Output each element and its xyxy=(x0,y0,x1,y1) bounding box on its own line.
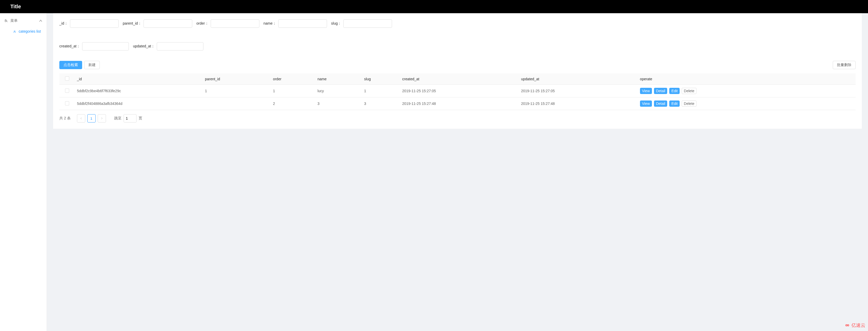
pagination-page-1[interactable]: 1 xyxy=(87,114,96,123)
cell-id: 5ddbf2f404886a3afb34364d xyxy=(75,97,203,110)
cell-name: lucy xyxy=(315,85,362,97)
form-item-order: order： xyxy=(196,20,259,28)
th-id[interactable]: _id xyxy=(75,73,203,85)
table-row: 5ddbf2f404886a3afb34364d 2 3 3 2019-11-2… xyxy=(59,97,856,110)
menu-item-root[interactable]: 菜单 xyxy=(0,15,46,26)
team-icon xyxy=(12,30,16,33)
cell-updated-at: 2019-11-25 15:27:05 xyxy=(519,85,638,97)
form-item-slug: slug： xyxy=(331,20,392,28)
cell-id: 5ddbf2c9be4b6f7f633fe29c xyxy=(75,85,203,97)
checkbox-row[interactable] xyxy=(65,89,69,93)
create-button[interactable]: 新建 xyxy=(84,61,100,69)
watermark: 亿速云 xyxy=(844,322,865,328)
label-slug: slug： xyxy=(331,21,341,26)
label-name: name： xyxy=(264,21,276,26)
form-item-parent-id: parent_id： xyxy=(123,20,192,28)
detail-button[interactable]: Detail xyxy=(654,88,668,94)
pagination-next-button[interactable] xyxy=(98,114,106,123)
pagination-prev-button[interactable] xyxy=(77,114,85,123)
sidebar: 菜单 categories list xyxy=(0,13,47,331)
label-created-at: created_at： xyxy=(59,44,80,49)
form-item-created-at: created_at： xyxy=(59,42,129,51)
view-button[interactable]: View xyxy=(640,88,652,94)
cell-parent-id: 1 xyxy=(203,85,271,97)
batch-delete-button[interactable]: 批量删除 xyxy=(833,61,856,69)
delete-button[interactable]: Delete xyxy=(682,88,696,94)
cell-slug: 1 xyxy=(362,85,400,97)
cell-updated-at: 2019-11-25 15:27:48 xyxy=(519,97,638,110)
pagination-total: 共 2 条 xyxy=(59,116,71,121)
form-item-updated-at: updated_at： xyxy=(133,42,204,51)
input-slug[interactable] xyxy=(343,20,392,28)
checkbox-row[interactable] xyxy=(65,101,69,105)
detail-button[interactable]: Detail xyxy=(654,100,668,107)
input-parent-id[interactable] xyxy=(144,20,192,28)
main-layout: 菜单 categories list _id： parent_id： xyxy=(0,13,868,331)
chevron-left-icon xyxy=(80,117,83,120)
delete-button[interactable]: Delete xyxy=(682,100,696,107)
menu-label: 菜单 xyxy=(10,19,18,23)
th-parent-id[interactable]: parent_id xyxy=(203,73,271,85)
sidebar-item-label: categories list xyxy=(19,29,41,33)
cell-order: 1 xyxy=(271,85,315,97)
team-icon xyxy=(4,19,8,23)
pagination-page-suffix: 页 xyxy=(138,116,142,121)
sidebar-item-categories-list[interactable]: categories list xyxy=(0,26,46,36)
pagination: 共 2 条 1 跳至 页 xyxy=(59,114,856,123)
cell-created-at: 2019-11-25 15:27:48 xyxy=(400,97,519,110)
infinity-icon xyxy=(844,322,850,328)
edit-button[interactable]: Edit xyxy=(669,100,680,107)
cell-operate: View Detail Edit Delete xyxy=(638,85,856,97)
chevron-right-icon xyxy=(100,117,103,120)
th-name[interactable]: name xyxy=(315,73,362,85)
th-slug[interactable]: slug xyxy=(362,73,400,85)
app-header: Title xyxy=(0,0,868,13)
label-parent-id: parent_id： xyxy=(123,21,142,26)
form-item-name: name： xyxy=(264,20,327,28)
input-created-at[interactable] xyxy=(82,42,129,51)
pagination-jump-label: 跳至 xyxy=(114,116,122,121)
input-name[interactable] xyxy=(278,20,327,28)
search-form: _id： parent_id： order： name： slug： xyxy=(59,20,856,51)
table-header-row: _id parent_id order name slug created_at… xyxy=(59,73,856,85)
form-item-id: _id： xyxy=(59,20,119,28)
watermark-text: 亿速云 xyxy=(851,322,865,328)
app-title: Title xyxy=(5,4,21,9)
cell-created-at: 2019-11-25 15:27:05 xyxy=(400,85,519,97)
label-order: order： xyxy=(196,21,209,26)
data-table: _id parent_id order name slug created_at… xyxy=(59,73,856,110)
th-checkbox xyxy=(59,73,75,85)
cell-parent-id xyxy=(203,97,271,110)
main-content: _id： parent_id： order： name： slug： xyxy=(47,13,868,331)
cell-name: 3 xyxy=(315,97,362,110)
th-operate: operate xyxy=(638,73,856,85)
input-id[interactable] xyxy=(70,20,119,28)
checkbox-select-all[interactable] xyxy=(65,76,69,80)
cell-order: 2 xyxy=(271,97,315,110)
content-card: _id： parent_id： order： name： slug： xyxy=(53,13,862,129)
cell-slug: 3 xyxy=(362,97,400,110)
input-updated-at[interactable] xyxy=(157,42,204,51)
cell-operate: View Detail Edit Delete xyxy=(638,97,856,110)
label-updated-at: updated_at： xyxy=(133,44,155,49)
view-button[interactable]: View xyxy=(640,100,652,107)
edit-button[interactable]: Edit xyxy=(669,88,680,94)
label-id: _id： xyxy=(59,21,68,26)
th-created-at[interactable]: created_at xyxy=(400,73,519,85)
th-order[interactable]: order xyxy=(271,73,315,85)
action-bar: 点击检索 新建 批量删除 xyxy=(59,61,856,69)
th-updated-at[interactable]: updated_at xyxy=(519,73,638,85)
input-order[interactable] xyxy=(211,20,259,28)
search-button[interactable]: 点击检索 xyxy=(59,61,82,69)
table-row: 5ddbf2c9be4b6f7f633fe29c 1 1 lucy 1 2019… xyxy=(59,85,856,97)
chevron-up-icon xyxy=(39,19,42,23)
pagination-jump-input[interactable] xyxy=(124,114,136,123)
